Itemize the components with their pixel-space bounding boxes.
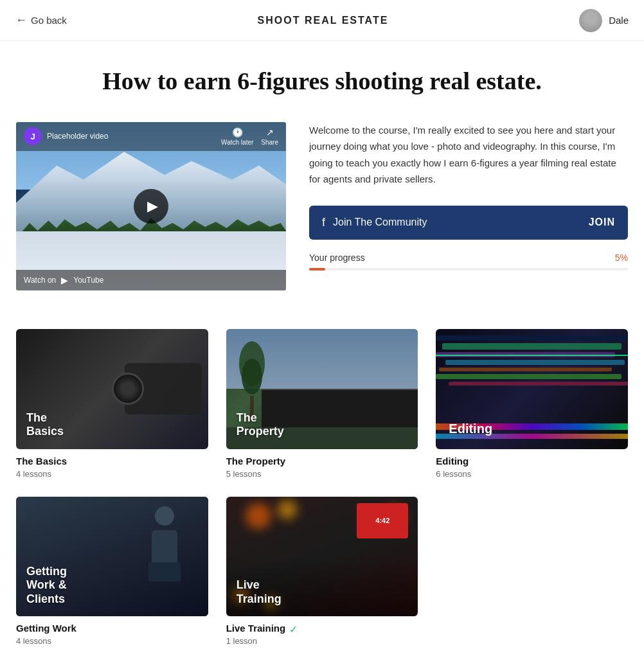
progress-header: Your progress 5% bbox=[309, 253, 628, 263]
join-community-text: Join The Community bbox=[333, 217, 427, 228]
site-title: SHOOT REAL ESTATE bbox=[258, 15, 389, 26]
card-title-overlay-live-training: LiveTraining bbox=[226, 497, 418, 617]
completed-checkmark-icon: ✓ bbox=[289, 623, 298, 636]
card-name-editing: Editing bbox=[436, 456, 628, 467]
play-button[interactable]: ▶ bbox=[134, 189, 168, 224]
card-lessons-editing: 6 lessons bbox=[436, 469, 628, 479]
avatar bbox=[579, 9, 602, 32]
watch-later-label: Watch later bbox=[221, 139, 253, 146]
header: ← Go back SHOOT REAL ESTATE Dale bbox=[0, 0, 644, 41]
card-title-overlay-property: TheProperty bbox=[226, 329, 418, 449]
share-label: Share bbox=[261, 139, 278, 146]
share-action[interactable]: ↗ Share bbox=[261, 127, 278, 146]
video-top-bar: J Placeholder video 🕐 Watch later ↗ Shar… bbox=[16, 122, 286, 151]
editing-visual: Editing bbox=[436, 329, 628, 449]
go-back-link[interactable]: ← Go back bbox=[15, 13, 67, 27]
card-title-live-training: LiveTraining bbox=[237, 578, 282, 606]
video-bottom-bar: Watch on ▶ YouTube bbox=[16, 270, 286, 290]
card-lessons-live-training: 1 lesson bbox=[226, 636, 418, 646]
back-arrow-icon: ← bbox=[15, 13, 27, 27]
main-content: How to earn 6-figures shooting real esta… bbox=[1, 41, 643, 658]
card-thumb-live-training: 4:42 LiveTraining bbox=[226, 497, 418, 617]
username: Dale bbox=[609, 15, 629, 26]
go-back-label: Go back bbox=[31, 15, 67, 26]
course-card-live-training[interactable]: 4:42 LiveTraining Live Training ✓ 1 less… bbox=[226, 497, 418, 646]
page-title: How to earn 6-figures shooting real esta… bbox=[16, 67, 628, 96]
progress-label: Your progress bbox=[309, 253, 365, 263]
description-area: Welcome to the course, I'm really excite… bbox=[309, 122, 628, 271]
watch-on-label: Watch on bbox=[24, 276, 56, 285]
join-action-label: JOIN bbox=[589, 217, 615, 228]
card-title-overlay-getting-work: GettingWork &Clients bbox=[16, 497, 208, 617]
course-card-basics[interactable]: TheBasics The Basics 4 lessons bbox=[16, 329, 208, 479]
card-name-basics: The Basics bbox=[16, 456, 208, 467]
card-thumb-getting-work: GettingWork &Clients bbox=[16, 497, 208, 617]
course-card-getting-work[interactable]: GettingWork &Clients Getting Work 4 less… bbox=[16, 497, 208, 646]
share-icon: ↗ bbox=[266, 127, 274, 138]
card-title-overlay-basics: TheBasics bbox=[16, 329, 208, 449]
progress-percentage: 5% bbox=[615, 253, 628, 263]
play-icon: ▶ bbox=[147, 198, 158, 215]
card-title-getting-work: GettingWork &Clients bbox=[26, 565, 67, 607]
card-lessons-property: 5 lessons bbox=[226, 469, 418, 479]
description-text: Welcome to the course, I'm really excite… bbox=[309, 122, 628, 188]
card-name-property: The Property bbox=[226, 456, 418, 467]
join-btn-left: f Join The Community bbox=[322, 216, 427, 229]
youtube-logo: ▶ bbox=[61, 275, 68, 285]
video-thumbnail[interactable]: J Placeholder video 🕐 Watch later ↗ Shar… bbox=[16, 122, 286, 291]
courses-grid-row2: GettingWork &Clients Getting Work 4 less… bbox=[16, 497, 628, 646]
empty-grid-slot bbox=[436, 497, 628, 646]
course-card-editing[interactable]: Editing Editing 6 lessons bbox=[436, 329, 628, 479]
card-name-live-training: Live Training bbox=[226, 623, 286, 634]
join-community-button[interactable]: f Join The Community JOIN bbox=[309, 206, 628, 240]
watch-later-action[interactable]: 🕐 Watch later bbox=[221, 127, 253, 146]
card-name-getting-work: Getting Work bbox=[16, 623, 208, 634]
card-title-basics: TheBasics bbox=[26, 411, 64, 439]
user-area[interactable]: Dale bbox=[579, 9, 629, 32]
video-actions: 🕐 Watch later ↗ Share bbox=[221, 127, 278, 146]
progress-bar-background bbox=[309, 268, 628, 271]
progress-area: Your progress 5% bbox=[309, 253, 628, 271]
video-avatar: J bbox=[24, 127, 42, 145]
card-thumb-basics: TheBasics bbox=[16, 329, 208, 449]
top-section: J Placeholder video 🕐 Watch later ↗ Shar… bbox=[16, 122, 628, 291]
card-lessons-basics: 4 lessons bbox=[16, 469, 208, 479]
courses-grid-row1: TheBasics The Basics 4 lessons bbox=[16, 329, 628, 479]
facebook-icon: f bbox=[322, 216, 325, 229]
course-card-property[interactable]: TheProperty The Property 5 lessons bbox=[226, 329, 418, 479]
watch-later-icon: 🕐 bbox=[232, 127, 243, 138]
progress-bar-fill bbox=[309, 268, 325, 271]
youtube-label: YouTube bbox=[73, 276, 103, 285]
card-name-row-live-training: Live Training ✓ bbox=[226, 623, 418, 636]
card-title-property: TheProperty bbox=[237, 411, 284, 439]
card-thumb-property: TheProperty bbox=[226, 329, 418, 449]
card-lessons-getting-work: 4 lessons bbox=[16, 636, 208, 646]
card-thumb-editing: Editing bbox=[436, 329, 628, 449]
video-container: J Placeholder video 🕐 Watch later ↗ Shar… bbox=[16, 122, 286, 291]
editing-title-overlay: Editing bbox=[449, 422, 492, 436]
video-title: Placeholder video bbox=[47, 132, 221, 141]
